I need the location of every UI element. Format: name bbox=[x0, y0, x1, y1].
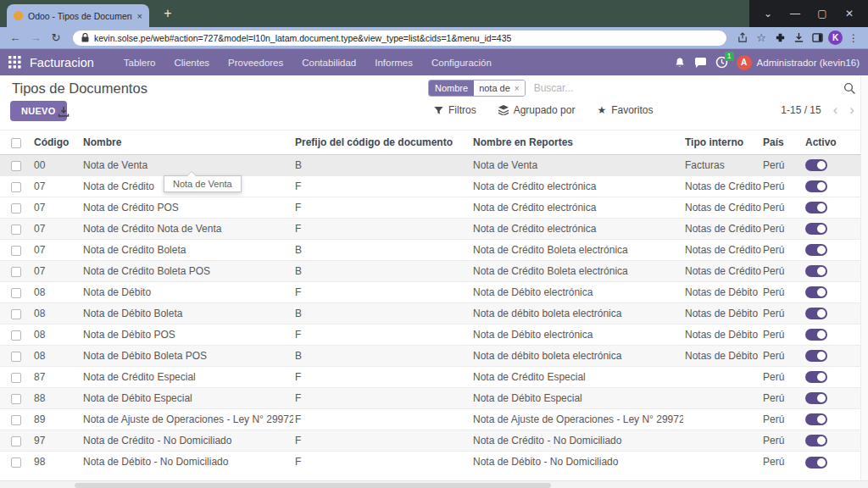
window-minimize-icon[interactable]: — bbox=[787, 8, 804, 19]
row-checkbox[interactable] bbox=[11, 330, 21, 341]
export-icon[interactable] bbox=[58, 106, 70, 118]
pager-prev-icon[interactable]: ‹ bbox=[833, 104, 838, 116]
bookmark-star-icon[interactable]: ☆ bbox=[754, 31, 769, 44]
nav-item-tablero[interactable]: Tablero bbox=[116, 54, 164, 71]
table-row[interactable]: 88Nota de Débito EspecialFNota de Débito… bbox=[0, 388, 860, 409]
table-row[interactable]: 97Nota de Crédito - No DomiciliadoFNota … bbox=[0, 430, 860, 452]
active-toggle[interactable] bbox=[805, 180, 827, 192]
apps-grid-icon[interactable] bbox=[8, 56, 21, 69]
hover-tooltip: Nota de Venta bbox=[164, 175, 242, 192]
group-by-button[interactable]: Agrupado por bbox=[498, 104, 576, 116]
pager-next-icon[interactable]: › bbox=[849, 104, 854, 116]
filters-button[interactable]: Filtros bbox=[434, 104, 476, 116]
table-row[interactable]: 89Nota de Ajuste de Operaciones - Ley N°… bbox=[0, 409, 860, 430]
row-checkbox[interactable] bbox=[11, 436, 21, 446]
active-toggle[interactable] bbox=[805, 265, 827, 277]
col-header-pais[interactable]: País bbox=[761, 130, 804, 155]
extensions-puzzle-icon[interactable] bbox=[772, 32, 787, 43]
favorites-button[interactable]: ★ Favoritos bbox=[597, 104, 653, 116]
active-toggle[interactable] bbox=[805, 223, 827, 235]
row-checkbox[interactable] bbox=[11, 288, 21, 298]
row-checkbox[interactable] bbox=[11, 458, 21, 468]
active-toggle[interactable] bbox=[805, 413, 827, 425]
activities-clock-icon[interactable]: 1 bbox=[715, 56, 728, 69]
table-row[interactable]: 08Nota de Débito POSFNota de Débito elec… bbox=[0, 324, 860, 346]
app-brand[interactable]: Facturacion bbox=[30, 56, 94, 69]
search-bar[interactable]: Nombre nota de × Buscar... bbox=[428, 79, 856, 97]
active-toggle[interactable] bbox=[805, 350, 827, 362]
row-checkbox[interactable] bbox=[11, 203, 21, 214]
row-checkbox[interactable] bbox=[11, 161, 21, 171]
browser-menu-icon[interactable]: ⋮ bbox=[846, 32, 861, 44]
table-row[interactable]: 00Nota de VentaBNota de VentaFacturasPer… bbox=[0, 155, 860, 176]
user-menu[interactable]: A Administrador (kevin16) bbox=[737, 55, 860, 70]
chat-icon[interactable] bbox=[694, 57, 707, 69]
nav-item-contabilidad[interactable]: Contabilidad bbox=[294, 54, 364, 71]
vertical-scrollbar[interactable] bbox=[860, 75, 868, 480]
active-toggle[interactable] bbox=[805, 392, 827, 404]
col-header-codigo[interactable]: Código bbox=[32, 130, 81, 155]
col-header-reportes[interactable]: Nombre en Reportes bbox=[471, 130, 683, 155]
table-row[interactable]: 07Nota de CréditoFNota de Crédito electr… bbox=[0, 176, 860, 197]
tab-close-icon[interactable]: × bbox=[137, 11, 142, 21]
table-row[interactable]: 07Nota de Crédito Nota de VentaFNota de … bbox=[0, 219, 860, 240]
reload-icon[interactable]: ↻ bbox=[47, 31, 64, 44]
browser-profile-avatar[interactable]: K bbox=[828, 30, 843, 45]
table-row[interactable]: 07Nota de Crédito POSFNota de Crédito el… bbox=[0, 197, 860, 219]
row-checkbox[interactable] bbox=[11, 246, 21, 256]
pager: 1-15 / 15 ‹ › bbox=[781, 104, 854, 116]
browser-tab[interactable]: Odoo - Tipos de Documentos × bbox=[7, 4, 149, 27]
table-row[interactable]: 98Nota de Débito - No DomiciliadoFNota d… bbox=[0, 452, 860, 473]
active-toggle[interactable] bbox=[805, 286, 827, 298]
table-row[interactable]: 07Nota de Crédito BoletaBNota de Crédito… bbox=[0, 240, 860, 261]
url-bar[interactable]: kevin.solse.pe/web#action=727&model=l10n… bbox=[73, 30, 726, 46]
row-checkbox[interactable] bbox=[11, 373, 21, 383]
window-chevron-icon[interactable]: ⌄ bbox=[760, 8, 776, 19]
col-header-nombre[interactable]: Nombre bbox=[81, 130, 293, 155]
select-all-checkbox[interactable] bbox=[11, 138, 21, 148]
table-row[interactable]: 87Nota de Crédito EspecialFNota de Crédi… bbox=[0, 367, 860, 388]
horizontal-scrollbar[interactable] bbox=[0, 480, 868, 488]
side-panel-icon[interactable] bbox=[810, 32, 825, 43]
row-checkbox[interactable] bbox=[11, 182, 21, 192]
table-row[interactable]: 08Nota de Débito BoletaBNota de débito b… bbox=[0, 303, 860, 324]
col-header-tipo-interno[interactable]: Tipo interno bbox=[683, 130, 761, 155]
search-input[interactable]: Buscar... bbox=[534, 82, 574, 94]
row-checkbox[interactable] bbox=[11, 267, 21, 277]
table-row[interactable]: 08Nota de Débito Boleta POSBNota de débi… bbox=[0, 346, 860, 367]
row-checkbox[interactable] bbox=[11, 352, 21, 362]
row-checkbox[interactable] bbox=[11, 394, 21, 404]
nav-item-configuraci-n[interactable]: Configuración bbox=[424, 54, 499, 71]
table-row[interactable]: 08Nota de DébitoFNota de Débito electrón… bbox=[0, 282, 860, 303]
active-toggle[interactable] bbox=[805, 308, 827, 319]
col-header-activo[interactable]: Activo bbox=[804, 130, 860, 155]
nav-item-proveedores[interactable]: Proveedores bbox=[220, 54, 291, 71]
announcement-icon[interactable] bbox=[674, 57, 686, 69]
row-checkbox[interactable] bbox=[11, 415, 21, 425]
horizontal-scrollbar-thumb[interactable] bbox=[75, 483, 551, 488]
back-icon[interactable]: ← bbox=[7, 31, 24, 44]
window-restore-icon[interactable]: ▢ bbox=[814, 8, 831, 19]
table-row[interactable]: 07Nota de Crédito Boleta POSBNota de Cré… bbox=[0, 261, 860, 282]
odoo-navbar: Facturacion TableroClientesProveedoresCo… bbox=[0, 49, 868, 75]
new-tab-button[interactable]: + bbox=[158, 3, 178, 24]
active-toggle[interactable] bbox=[805, 371, 827, 383]
active-toggle[interactable] bbox=[805, 159, 827, 171]
window-close-icon[interactable]: ✕ bbox=[841, 8, 858, 19]
nav-item-informes[interactable]: Informes bbox=[367, 54, 420, 71]
forward-icon[interactable]: → bbox=[27, 31, 44, 44]
navbar-menu: TableroClientesProveedoresContabilidadIn… bbox=[116, 54, 499, 71]
active-toggle[interactable] bbox=[805, 244, 827, 256]
share-icon[interactable] bbox=[735, 32, 750, 43]
search-icon[interactable] bbox=[843, 82, 856, 95]
active-toggle[interactable] bbox=[805, 435, 827, 446]
active-toggle[interactable] bbox=[805, 202, 827, 214]
facet-remove-icon[interactable]: × bbox=[515, 84, 520, 93]
downloads-icon[interactable] bbox=[791, 32, 806, 43]
col-header-prefijo[interactable]: Prefijo del código de documento bbox=[293, 130, 471, 155]
nav-item-clientes[interactable]: Clientes bbox=[166, 54, 217, 71]
row-checkbox[interactable] bbox=[11, 309, 21, 319]
active-toggle[interactable] bbox=[805, 329, 827, 341]
active-toggle[interactable] bbox=[805, 457, 827, 469]
row-checkbox[interactable] bbox=[11, 225, 21, 235]
